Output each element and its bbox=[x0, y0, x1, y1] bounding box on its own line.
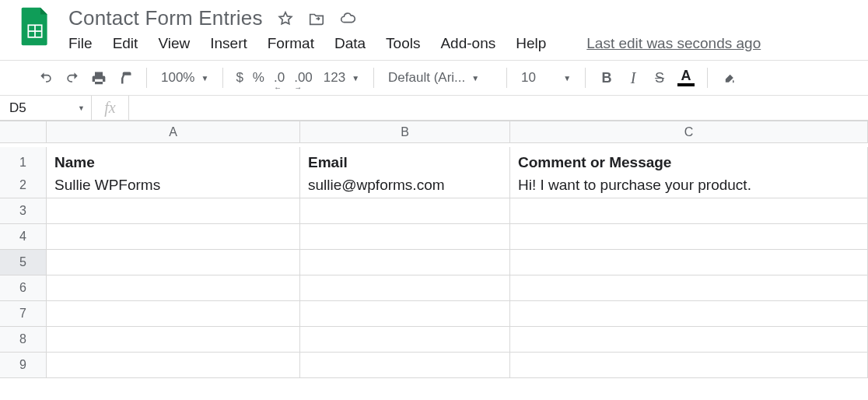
column-header-c[interactable]: C bbox=[510, 121, 868, 143]
text-color-swatch bbox=[677, 83, 695, 86]
format-percent-button[interactable]: % bbox=[248, 65, 269, 91]
format-currency-button[interactable]: $ bbox=[231, 65, 247, 91]
zoom-value: 100% bbox=[161, 70, 194, 86]
menu-tools[interactable]: Tools bbox=[386, 35, 420, 52]
caret-down-icon: ▼ bbox=[563, 74, 571, 82]
cell-c8[interactable] bbox=[510, 327, 868, 353]
fx-icon: fx bbox=[92, 96, 129, 120]
menu-addons[interactable]: Add-ons bbox=[440, 35, 495, 52]
italic-button[interactable]: I bbox=[620, 65, 646, 91]
menu-insert[interactable]: Insert bbox=[210, 35, 247, 52]
cell-a2[interactable]: Sullie WPForms bbox=[47, 173, 300, 198]
bold-button[interactable]: B bbox=[593, 65, 620, 91]
cell-b4[interactable] bbox=[300, 224, 510, 250]
cell-c6[interactable] bbox=[510, 275, 868, 301]
cell-c2[interactable]: Hi! I want to purchase your product. bbox=[510, 173, 868, 198]
cell-c7[interactable] bbox=[510, 301, 868, 327]
menu-file[interactable]: File bbox=[68, 35, 93, 52]
cell-c9[interactable] bbox=[510, 353, 868, 378]
cell-a8[interactable] bbox=[47, 327, 300, 353]
cell-a7[interactable] bbox=[47, 301, 300, 327]
cell-a9[interactable] bbox=[47, 353, 300, 378]
print-button[interactable] bbox=[86, 65, 112, 91]
last-edit-link[interactable]: Last edit was seconds ago bbox=[586, 35, 761, 52]
cloud-status-icon[interactable] bbox=[339, 10, 356, 27]
cell-b9[interactable] bbox=[300, 353, 510, 378]
name-box[interactable]: D5 ▼ bbox=[0, 96, 92, 120]
cell-a5[interactable] bbox=[47, 250, 300, 275]
cell-b8[interactable] bbox=[300, 327, 510, 353]
move-folder-icon[interactable] bbox=[308, 10, 325, 27]
row-header-8[interactable]: 8 bbox=[0, 327, 47, 353]
app-logo[interactable] bbox=[16, 6, 54, 47]
cell-b6[interactable] bbox=[300, 275, 510, 301]
cell-b2[interactable]: sullie@wpforms.com bbox=[300, 173, 510, 198]
cell-a3[interactable] bbox=[47, 198, 300, 224]
increase-decimal-button[interactable]: .00→ bbox=[289, 65, 317, 91]
font-family-dropdown[interactable]: Default (Ari... ▼ bbox=[382, 65, 499, 91]
star-icon[interactable] bbox=[277, 10, 294, 27]
menu-format[interactable]: Format bbox=[268, 35, 314, 52]
zoom-dropdown[interactable]: 100% ▼ bbox=[155, 65, 215, 91]
caret-down-icon: ▼ bbox=[78, 104, 85, 112]
row-header-7[interactable]: 7 bbox=[0, 301, 47, 327]
cell-b3[interactable] bbox=[300, 198, 510, 224]
row-header-6[interactable]: 6 bbox=[0, 275, 47, 301]
formula-bar: D5 ▼ fx bbox=[0, 96, 868, 121]
menu-edit[interactable]: Edit bbox=[113, 35, 138, 52]
font-size-dropdown[interactable]: 10 ▼ bbox=[515, 65, 577, 91]
redo-button[interactable] bbox=[59, 65, 86, 91]
cell-c4[interactable] bbox=[510, 224, 868, 250]
cell-b7[interactable] bbox=[300, 301, 510, 327]
formula-input[interactable] bbox=[129, 96, 868, 120]
cell-c5[interactable] bbox=[510, 250, 868, 275]
decrease-decimal-button[interactable]: .0← bbox=[269, 65, 289, 91]
menu-view[interactable]: View bbox=[158, 35, 190, 52]
undo-button[interactable] bbox=[33, 65, 59, 91]
cell-b5[interactable] bbox=[300, 250, 510, 275]
menu-bar: File Edit View Insert Format Data Tools … bbox=[68, 35, 856, 52]
column-header-b[interactable]: B bbox=[300, 121, 510, 143]
cell-c3[interactable] bbox=[510, 198, 868, 224]
column-header-a[interactable]: A bbox=[47, 121, 300, 143]
row-header-3[interactable]: 3 bbox=[0, 198, 47, 224]
caret-down-icon: ▼ bbox=[201, 74, 208, 82]
toolbar: 100% ▼ $ % .0← .00→ 123▼ Default (Ari...… bbox=[0, 60, 868, 96]
cell-a4[interactable] bbox=[47, 224, 300, 250]
fill-color-button[interactable] bbox=[716, 65, 742, 91]
cell-a6[interactable] bbox=[47, 275, 300, 301]
row-header-4[interactable]: 4 bbox=[0, 224, 47, 250]
text-color-button[interactable]: A bbox=[673, 69, 699, 86]
strikethrough-button[interactable]: S bbox=[646, 65, 673, 91]
caret-down-icon: ▼ bbox=[471, 74, 479, 82]
menu-help[interactable]: Help bbox=[516, 35, 546, 52]
select-all-corner[interactable] bbox=[0, 121, 47, 143]
row-header-5[interactable]: 5 bbox=[0, 250, 47, 275]
more-formats-dropdown[interactable]: 123▼ bbox=[317, 65, 366, 91]
row-header-9[interactable]: 9 bbox=[0, 353, 47, 378]
row-header-2[interactable]: 2 bbox=[0, 173, 47, 198]
spreadsheet-grid[interactable]: A B C 1 Name Email Comment or Message 2 … bbox=[0, 121, 868, 378]
menu-data[interactable]: Data bbox=[334, 35, 366, 52]
paint-format-button[interactable] bbox=[112, 65, 138, 91]
document-title[interactable]: Contact Form Entries bbox=[68, 6, 263, 30]
caret-down-icon: ▼ bbox=[352, 74, 359, 82]
